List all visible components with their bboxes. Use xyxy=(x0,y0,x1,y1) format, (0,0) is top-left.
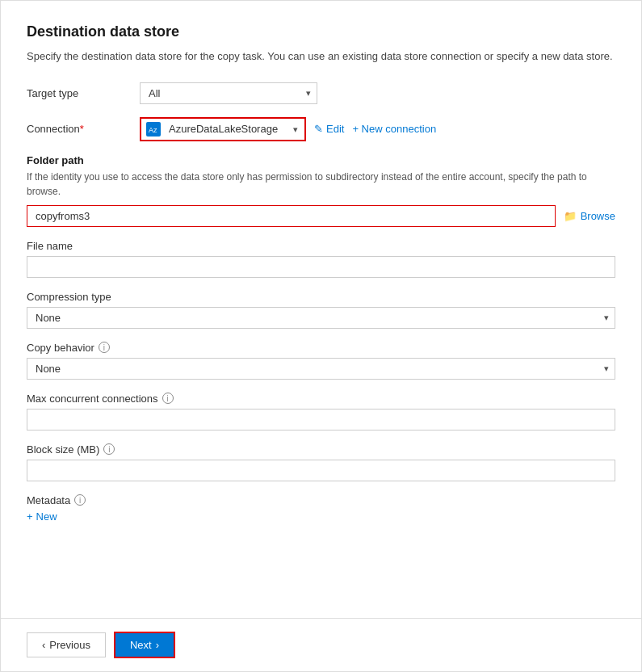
metadata-section: Metadata i + New xyxy=(27,494,615,523)
compression-type-select[interactable]: None xyxy=(27,307,615,329)
connection-select[interactable]: AzureDataLakeStorage xyxy=(166,119,304,139)
new-metadata-plus-icon: + xyxy=(27,510,33,523)
folder-icon: 📁 xyxy=(564,210,577,222)
folder-path-row: 📁 Browse xyxy=(27,205,615,227)
copy-behavior-label: Copy behavior i xyxy=(27,342,615,354)
svg-text:Az: Az xyxy=(149,126,157,134)
connection-controls: Az AzureDataLakeStorage ▾ ✎ Edit + New c… xyxy=(140,117,436,141)
target-type-row: Target type All ▾ xyxy=(27,82,615,104)
folder-path-title: Folder path xyxy=(27,154,615,166)
copy-behavior-select-wrapper: None ▾ xyxy=(27,358,615,380)
target-type-select-wrapper: All ▾ xyxy=(140,82,317,104)
max-concurrent-label: Max concurrent connections i xyxy=(27,393,615,405)
next-button[interactable]: Next › xyxy=(114,632,175,658)
page-title: Destination data store xyxy=(27,23,615,40)
connection-select-wrapper: Az AzureDataLakeStorage ▾ xyxy=(140,117,306,141)
metadata-info-icon[interactable]: i xyxy=(74,494,86,506)
block-size-info-icon[interactable]: i xyxy=(103,443,115,455)
new-connection-link[interactable]: + New connection xyxy=(352,123,436,135)
block-size-label: Block size (MB) i xyxy=(27,443,615,456)
target-type-label: Target type xyxy=(27,87,140,99)
footer: ‹ Previous Next › xyxy=(1,618,641,671)
file-name-label: File name xyxy=(27,240,615,252)
adls-icon: Az xyxy=(141,119,166,140)
max-concurrent-input[interactable] xyxy=(27,409,615,430)
compression-type-label: Compression type xyxy=(27,291,615,303)
file-name-input[interactable] xyxy=(27,256,615,278)
block-size-input[interactable] xyxy=(27,460,615,481)
copy-behavior-select[interactable]: None xyxy=(27,358,615,380)
folder-path-section: Folder path If the identity you use to a… xyxy=(27,154,615,227)
connection-row: Connection* Az AzureDataLakeStorage ▾ xyxy=(27,117,615,141)
file-name-section: File name xyxy=(27,240,615,278)
block-size-section: Block size (MB) i xyxy=(27,443,615,481)
target-type-select[interactable]: All xyxy=(140,82,317,104)
folder-path-input[interactable] xyxy=(27,205,556,227)
folder-path-desc: If the identity you use to access the da… xyxy=(27,170,615,199)
next-arrow-icon: › xyxy=(156,639,159,651)
compression-type-section: Compression type None ▾ xyxy=(27,291,615,329)
new-metadata-button[interactable]: + New xyxy=(27,510,57,523)
copy-behavior-info-icon[interactable]: i xyxy=(99,342,110,353)
previous-arrow-icon: ‹ xyxy=(42,639,45,651)
metadata-label: Metadata i xyxy=(27,494,615,506)
edit-pencil-icon: ✎ xyxy=(314,123,323,135)
new-connection-plus-icon: + New connection xyxy=(352,123,436,135)
max-concurrent-section: Max concurrent connections i xyxy=(27,393,615,430)
connection-label: Connection* xyxy=(27,123,140,135)
edit-link[interactable]: ✎ Edit xyxy=(314,123,344,135)
browse-button[interactable]: 📁 Browse xyxy=(564,210,615,222)
page-description: Specify the destination data store for t… xyxy=(27,48,615,65)
compression-type-select-wrapper: None ▾ xyxy=(27,307,615,329)
max-concurrent-info-icon[interactable]: i xyxy=(162,393,174,404)
copy-behavior-section: Copy behavior i None ▾ xyxy=(27,342,615,380)
previous-button[interactable]: ‹ Previous xyxy=(27,632,106,657)
